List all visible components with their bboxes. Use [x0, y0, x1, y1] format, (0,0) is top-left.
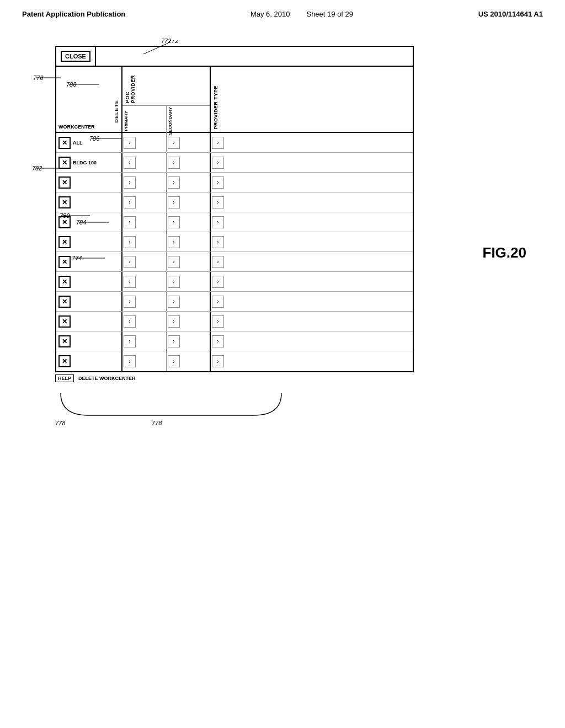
- dropdown-primary-6[interactable]: ›: [124, 236, 136, 248]
- wc-value-2: BLDG 100: [73, 160, 97, 165]
- table-row: ✕ › › ›: [56, 351, 413, 371]
- delete-workcenter-label: DELETE WORKCENTER: [78, 376, 136, 381]
- dropdown-ptype-9[interactable]: ›: [212, 296, 224, 308]
- svg-text:778: 778: [55, 420, 66, 426]
- dropdown-primary-3[interactable]: ›: [124, 176, 136, 189]
- dropdown-ptype-1[interactable]: ›: [212, 137, 224, 149]
- dropdown-secondary-3[interactable]: ›: [168, 176, 180, 189]
- poc-secondary-3: ›: [167, 173, 211, 192]
- delete-btn-7[interactable]: ✕: [58, 256, 71, 268]
- dropdown-primary-4[interactable]: ›: [124, 196, 136, 208]
- svg-text:776: 776: [33, 74, 44, 81]
- dropdown-secondary-1[interactable]: ›: [168, 137, 180, 149]
- delete-btn-4[interactable]: ✕: [58, 196, 71, 208]
- delete-btn-12[interactable]: ✕: [58, 355, 71, 367]
- delete-btn-2[interactable]: ✕: [58, 157, 71, 169]
- dropdown-ptype-12[interactable]: ›: [212, 355, 224, 367]
- svg-text:782: 782: [32, 165, 42, 172]
- wc-cell-11: ✕: [56, 331, 122, 351]
- table-row: ✕ › › ›: [56, 173, 413, 192]
- table-row: ✕ › › ›: [56, 292, 413, 312]
- patent-number: US 2010/114641 A1: [478, 10, 543, 18]
- poc-primary-3: ›: [122, 173, 167, 192]
- dropdown-primary-1[interactable]: ›: [124, 137, 136, 149]
- data-rows: ✕ ALL › › ›: [56, 133, 413, 371]
- dropdown-primary-9[interactable]: ›: [124, 296, 136, 308]
- dropdown-secondary-2[interactable]: ›: [168, 157, 180, 169]
- dropdown-ptype-4[interactable]: ›: [212, 196, 224, 208]
- publication-label: Patent Application Publication: [22, 10, 125, 18]
- delete-btn-5[interactable]: ✕: [58, 216, 71, 228]
- poc-col-top: PROVIDER POC: [122, 67, 210, 105]
- dropdown-primary-2[interactable]: ›: [124, 157, 136, 169]
- dropdown-primary-5[interactable]: ›: [124, 216, 136, 228]
- wc-cell-12: ✕: [56, 351, 122, 371]
- dropdown-ptype-7[interactable]: ›: [212, 256, 224, 268]
- delete-btn-1[interactable]: ✕: [58, 137, 71, 149]
- table-row: ✕ BLDG 100 › › ›: [56, 153, 413, 173]
- poc-primary-9: ›: [122, 292, 167, 311]
- dropdown-secondary-8[interactable]: ›: [168, 276, 180, 288]
- dropdown-secondary-6[interactable]: ›: [168, 236, 180, 248]
- provider-type-label: PROVIDER TYPE: [213, 85, 218, 130]
- poc-secondary-9: ›: [167, 292, 211, 311]
- secondary-label: SECONDARY: [168, 107, 173, 135]
- close-button[interactable]: CLOSE: [61, 51, 90, 62]
- dropdown-secondary-11[interactable]: ›: [168, 335, 180, 347]
- ptype-cell-2: ›: [211, 153, 413, 172]
- dropdown-primary-8[interactable]: ›: [124, 276, 136, 288]
- col-headers: DELETE WORKCENTER PROVIDER POC PRIMARY: [56, 67, 413, 133]
- dropdown-ptype-5[interactable]: ›: [212, 216, 224, 228]
- dropdown-secondary-10[interactable]: ›: [168, 315, 180, 328]
- ptype-cell-1: ›: [211, 133, 413, 152]
- delete-btn-6[interactable]: ✕: [58, 236, 71, 248]
- poc-primary-11: ›: [122, 331, 167, 351]
- wc-cell-5: ✕: [56, 212, 122, 232]
- delete-btn-11[interactable]: ✕: [58, 335, 71, 347]
- ptype-cell-10: ›: [211, 312, 413, 331]
- dropdown-primary-12[interactable]: ›: [124, 355, 136, 367]
- dropdown-ptype-10[interactable]: ›: [212, 315, 224, 328]
- ptype-cell-8: ›: [211, 272, 413, 291]
- dropdown-primary-7[interactable]: ›: [124, 256, 136, 268]
- table-row: ✕ › › ›: [56, 212, 413, 232]
- table-row: ✕ › › ›: [56, 312, 413, 331]
- sheet-info: Sheet 19 of 29: [306, 10, 353, 18]
- dropdown-secondary-9[interactable]: ›: [168, 296, 180, 308]
- primary-label-cell: PRIMARY: [122, 106, 167, 136]
- wc-cell-8: ✕: [56, 272, 122, 291]
- poc-primary-8: ›: [122, 272, 167, 291]
- delete-btn-3[interactable]: ✕: [58, 176, 71, 189]
- dropdown-ptype-6[interactable]: ›: [212, 236, 224, 248]
- poc-primary-12: ›: [122, 351, 167, 371]
- dropdown-secondary-7[interactable]: ›: [168, 256, 180, 268]
- delete-btn-8[interactable]: ✕: [58, 276, 71, 288]
- dropdown-primary-11[interactable]: ›: [124, 335, 136, 347]
- poc-secondary-7: ›: [167, 252, 211, 271]
- header-center: May 6, 2010 Sheet 19 of 29: [250, 10, 353, 18]
- poc-primary-10: ›: [122, 312, 167, 331]
- table-row: ✕ › › ›: [56, 272, 413, 292]
- dropdown-secondary-4[interactable]: ›: [168, 196, 180, 208]
- dropdown-ptype-2[interactable]: ›: [212, 157, 224, 169]
- dropdown-secondary-12[interactable]: ›: [168, 355, 180, 367]
- delete-btn-9[interactable]: ✕: [58, 296, 71, 308]
- wc-cell-2: ✕ BLDG 100: [56, 153, 122, 172]
- dropdown-ptype-8[interactable]: ›: [212, 276, 224, 288]
- delete-btn-10[interactable]: ✕: [58, 315, 71, 328]
- wc-cell-1: ✕ ALL: [56, 133, 122, 152]
- ptype-cell-11: ›: [211, 331, 413, 351]
- wc-cell-10: ✕: [56, 312, 122, 331]
- poc-secondary-12: ›: [167, 351, 211, 371]
- help-label[interactable]: HELP: [55, 374, 74, 382]
- poc-col-bottom: PRIMARY SECONDARY: [122, 105, 210, 136]
- dropdown-ptype-11[interactable]: ›: [212, 335, 224, 347]
- dropdown-primary-10[interactable]: ›: [124, 315, 136, 328]
- svg-text:778: 778: [152, 420, 162, 426]
- delete-label: DELETE: [58, 100, 119, 123]
- table-row: ✕ ALL › › ›: [56, 133, 413, 153]
- workcenter-header-cell: DELETE WORKCENTER: [56, 67, 122, 132]
- poc-primary-4: ›: [122, 192, 167, 212]
- dropdown-secondary-5[interactable]: ›: [168, 216, 180, 228]
- dropdown-ptype-3[interactable]: ›: [212, 176, 224, 189]
